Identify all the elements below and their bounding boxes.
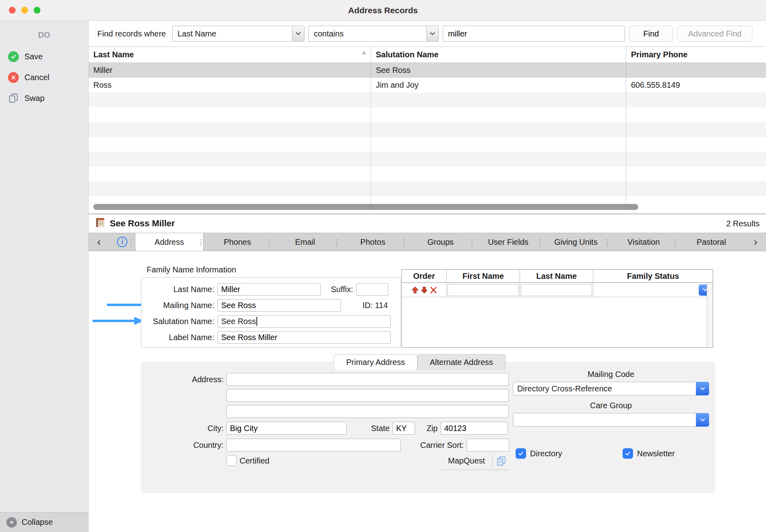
tab-giving-units[interactable]: Giving Units ⋮ <box>542 233 610 251</box>
chevron-down-icon <box>426 26 438 41</box>
close-window-button[interactable] <box>9 7 16 14</box>
address-line3-input[interactable] <box>226 405 509 418</box>
collapse-icon: « <box>6 517 17 528</box>
collapse-sidebar-button[interactable]: « Collapse <box>0 512 88 532</box>
address-line1-row: Address: <box>141 373 509 386</box>
mapquest-button[interactable]: MapQuest <box>441 456 492 466</box>
address-line2-input[interactable] <box>226 389 509 402</box>
tabs-scroll-right-button[interactable]: › <box>745 233 766 251</box>
chevron-down-icon <box>696 413 709 427</box>
search-value-input[interactable] <box>443 26 625 42</box>
certified-label: Certified <box>240 456 269 466</box>
member-last-name-cell[interactable] <box>520 283 593 297</box>
address-book-icon <box>95 217 106 230</box>
record-name: See Ross Miller <box>110 218 175 229</box>
tab-visitation[interactable]: Visitation ⋮ <box>610 233 677 251</box>
tab-label: Photos <box>360 238 385 247</box>
directory-checkbox-item: Directory <box>516 448 562 459</box>
label-name-input[interactable] <box>218 331 391 344</box>
sidebar-items: Save Cancel Swap <box>0 46 88 109</box>
empty-row <box>89 181 766 196</box>
delete-row-icon[interactable] <box>429 286 437 294</box>
mailing-name-input[interactable] <box>218 299 341 312</box>
zip-input[interactable] <box>441 422 508 435</box>
tab-alternate-address[interactable]: Alternate Address <box>417 354 506 370</box>
advanced-find-button[interactable]: Advanced Find <box>677 26 752 42</box>
move-down-icon[interactable] <box>420 286 428 294</box>
window-title: Address Records <box>348 6 418 15</box>
tab-separator-icon: ⋮ <box>127 238 135 247</box>
address-label: Address: <box>141 375 224 384</box>
find-button[interactable]: Find <box>629 26 673 42</box>
label-name-row: Label Name: <box>141 330 400 345</box>
tab-pastoral[interactable]: Pastoral <box>677 233 745 251</box>
tab-groups[interactable]: Groups ⋮ <box>407 233 474 251</box>
minimize-window-button[interactable] <box>21 7 28 14</box>
country-label: Country: <box>141 441 224 450</box>
care-group-dropdown[interactable] <box>513 413 709 427</box>
country-row: Country: Carrier Sort: <box>141 439 509 451</box>
scrollbar-thumb[interactable] <box>93 204 638 210</box>
tab-separator-icon: ⋮ <box>197 238 205 247</box>
family-name-information-group: Last Name: Suffix: Mailing Name: ID: 114… <box>141 277 401 348</box>
tabs-scroll-left-button[interactable]: ‹ <box>89 233 109 251</box>
column-header-last-name[interactable]: Last Name ^ <box>89 47 371 62</box>
members-vertical-scrollbar[interactable] <box>707 283 713 347</box>
save-button[interactable]: Save <box>0 46 88 67</box>
column-header-salutation-name[interactable]: Salutation Name <box>371 47 626 62</box>
horizontal-scrollbar[interactable] <box>92 204 763 210</box>
empty-row <box>89 93 766 107</box>
column-header-primary-phone[interactable]: Primary Phone <box>626 47 766 62</box>
sidebar-header: DO <box>0 30 88 40</box>
tab-address[interactable]: Address ⋮ <box>135 233 204 251</box>
mailing-name-row: Mailing Name: ID: 114 <box>141 298 400 313</box>
certified-checkbox[interactable] <box>226 455 237 466</box>
directory-checkbox[interactable] <box>516 448 526 459</box>
tab-phones[interactable]: Phones ⋮ <box>204 233 271 251</box>
members-column-order: Order <box>402 270 447 282</box>
city-input[interactable] <box>226 422 347 435</box>
last-name-row: Last Name: Suffix: <box>141 282 400 297</box>
suffix-input[interactable] <box>356 283 388 296</box>
mailing-code-dropdown[interactable]: Directory Cross-Reference <box>513 382 709 395</box>
swap-button[interactable]: Swap <box>0 88 88 109</box>
copy-address-button[interactable] <box>493 456 510 466</box>
search-operator-dropdown[interactable]: contains <box>308 26 439 42</box>
carrier-sort-input[interactable] <box>467 439 509 451</box>
record-tab-bar: ‹ i ⋮ Address ⋮ Phones ⋮ Email ⋮ Photos … <box>89 233 766 251</box>
newsletter-checkbox[interactable] <box>623 448 633 459</box>
tab-primary-address[interactable]: Primary Address <box>334 354 417 370</box>
mapquest-bar: MapQuest <box>441 452 510 470</box>
tab-info[interactable]: i ⋮ <box>109 233 135 251</box>
cancel-button[interactable]: Cancel <box>0 67 88 88</box>
tab-separator-icon: ⋮ <box>468 238 476 247</box>
result-row-miller[interactable]: Miller See Ross <box>89 63 766 78</box>
directory-label: Directory <box>530 449 562 458</box>
state-input[interactable] <box>393 422 415 435</box>
zoom-window-button[interactable] <box>34 7 40 14</box>
result-row-ross[interactable]: Ross Jim and Joy 606.555.8149 <box>89 78 766 93</box>
salutation-name-value: See Ross <box>221 317 256 326</box>
tab-photos[interactable]: Photos ⋮ <box>339 233 407 251</box>
salutation-name-row: Salutation Name: See Ross <box>141 314 400 329</box>
address-line1-input[interactable] <box>226 373 509 386</box>
main-panel: Find records where Last Name contains Fi… <box>89 21 766 532</box>
country-input[interactable] <box>226 439 401 451</box>
search-field-dropdown[interactable]: Last Name <box>172 26 304 42</box>
column-label: Salutation Name <box>376 50 439 59</box>
search-operator-value: contains <box>309 29 426 38</box>
member-first-name-cell[interactable] <box>447 283 520 297</box>
cancel-x-icon <box>8 72 19 83</box>
tab-email[interactable]: Email ⋮ <box>271 233 339 251</box>
chevron-right-icon: › <box>754 236 757 248</box>
suffix-label: Suffix: <box>331 285 353 294</box>
tab-label: User Fields <box>488 238 528 247</box>
last-name-input[interactable] <box>218 283 321 296</box>
tab-user-fields[interactable]: User Fields ⋮ <box>474 233 542 251</box>
empty-row <box>89 122 766 137</box>
move-up-icon[interactable] <box>411 286 419 294</box>
salutation-name-input[interactable]: See Ross <box>218 315 391 328</box>
empty-row <box>89 107 766 122</box>
cell-last-name: Miller <box>89 63 371 78</box>
family-status-dropdown[interactable] <box>594 284 712 296</box>
